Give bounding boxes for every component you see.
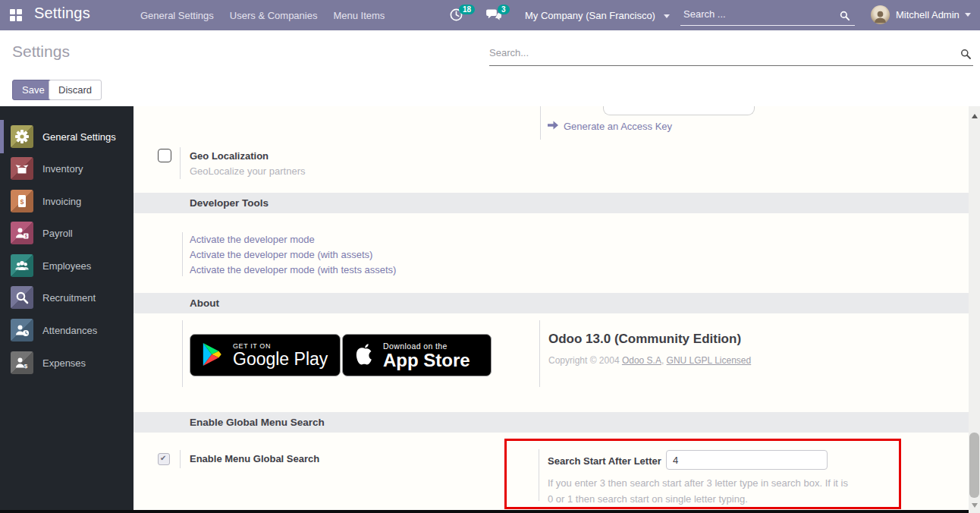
activities-badge: 18 [459,5,475,14]
apple-icon [353,342,374,369]
scrollbar-down-icon[interactable] [972,503,978,508]
odoo-sa-link[interactable]: Odoo S.A [622,355,661,366]
sidebar-item-label: Payroll [42,228,73,239]
activate-developer-mode-link[interactable]: Activate the developer mode [190,234,315,245]
sidebar-item-label: Employees [42,260,91,272]
generate-access-key-label: Generate an Access Key [564,121,672,132]
copyright-text: Copyright © 2004 [548,355,622,366]
page-title: Settings [12,42,70,61]
separator [182,232,183,276]
separator [539,449,539,501]
enable-menu-global-search-checkbox[interactable] [158,453,170,465]
chevron-down-icon [965,13,971,17]
chevron-down-icon [664,14,670,18]
separator [540,106,541,140]
navbar-search [680,4,855,26]
copyright-separator: , [661,355,667,366]
sidebar-item-label: Attendances [42,325,97,336]
sidebar-item-inventory[interactable]: Inventory [0,153,133,184]
discard-button[interactable]: Discard [49,80,102,100]
payroll-icon: $ [11,222,33,244]
box-icon [11,157,33,180]
app-navbar: Settings General Settings Users & Compan… [0,0,980,30]
geo-localization-checkbox[interactable] [158,149,171,162]
navbar-search-input[interactable] [680,4,832,20]
google-play-badge[interactable]: GET IT ON Google Play [190,334,341,376]
search-icon[interactable] [960,48,972,62]
control-panel-search-input[interactable] [489,44,937,61]
control-panel-search [489,44,973,66]
sidebar-item-expenses[interactable]: $ Expenses [0,347,133,379]
menu-item-users-companies[interactable]: Users & Companies [230,10,318,21]
person-dollar-icon: $ [11,351,33,374]
menu-item-general-settings[interactable]: General Settings [140,10,214,21]
google-play-icon [201,341,224,370]
separator [539,320,540,387]
magnifier-icon [11,286,33,309]
field-help-line1: If you enter 3 then search start after 3… [548,477,848,489]
app-store-badge[interactable]: Download on the App Store [342,334,492,376]
settings-screen: Settings General Settings Users & Compan… [0,0,980,513]
svg-text:$: $ [25,234,27,238]
company-switcher[interactable]: My Company (San Francisco) [525,10,670,21]
global-menu-search-header: Enable Global Menu Search [133,412,969,433]
sidebar-item-employees[interactable]: Employees [0,250,133,282]
scrollbar-up-icon[interactable] [972,114,978,118]
search-start-after-letter-label: Search Start After Letter [548,455,661,467]
scrollbar-thumb[interactable] [969,433,979,498]
person-clock-icon [11,319,33,341]
field-help-line2: 0 or 1 then search start on single lette… [548,493,748,505]
activities-clock-icon[interactable]: 18 [449,8,463,24]
activate-developer-mode-assets-link[interactable]: Activate the developer mode (with assets… [190,249,372,260]
invoice-icon: $ [11,190,33,212]
sidebar-item-recruitment[interactable]: Recruitment [0,282,133,313]
messages-badge: 3 [498,5,510,14]
access-key-field-partial[interactable] [603,106,755,115]
enable-menu-global-search-label[interactable]: Enable Menu Global Search [190,453,319,464]
geo-localization-title[interactable]: Geo Localization [190,150,269,162]
sidebar-item-label: Recruitment [42,292,96,304]
sidebar-item-label: Invoicing [42,196,81,207]
user-menu[interactable]: Mitchell Admin [871,5,971,24]
generate-access-key-link[interactable]: Generate an Access Key [548,121,672,132]
google-play-line2: Google Play [233,350,328,368]
sidebar-item-label: General Settings [42,131,116,143]
messages-chat-icon[interactable]: 3 [486,8,502,24]
odoo-version-title: Odoo 13.0 (Community Edition) [548,332,741,347]
sidebar-item-attendances[interactable]: Attendances [0,314,133,346]
app-store-line1: Download on the [383,341,470,351]
separator [180,147,181,179]
bottom-strip [0,510,969,513]
separator [180,450,181,468]
user-name: Mitchell Admin [896,9,960,20]
apps-grid-icon[interactable] [9,8,23,24]
company-name: My Company (San Francisco) [525,10,655,21]
svg-text:$: $ [24,363,28,370]
sidebar-item-invoicing[interactable]: $ Invoicing [0,185,133,217]
search-icon[interactable] [839,10,850,24]
activate-developer-mode-tests-link[interactable]: Activate the developer mode (with tests … [190,264,396,275]
user-avatar [871,5,890,24]
separator [182,320,183,387]
developer-tools-header: Developer Tools [133,193,969,213]
navbar-menu: General Settings Users & Companies Menu … [140,10,385,21]
arrow-right-icon [548,121,558,132]
about-header: About [133,293,969,313]
geo-localization-subtitle: GeoLocalize your partners [190,165,305,177]
sidebar-item-label: Inventory [42,163,83,175]
search-start-after-letter-input[interactable] [666,450,828,470]
gnu-lgpl-link[interactable]: GNU LGPL Licensed [667,355,752,366]
menu-item-menu-items[interactable]: Menu Items [333,10,385,21]
employees-icon [11,254,33,277]
gear-icon [11,125,33,148]
sidebar-item-general-settings[interactable]: General Settings [0,121,133,153]
app-title[interactable]: Settings [34,5,90,22]
sidebar-item-label: Expenses [42,357,86,369]
app-store-line2: App Store [383,351,470,370]
copyright-line: Copyright © 2004 Odoo S.A, GNU LGPL Lice… [548,355,751,366]
sidebar-item-payroll[interactable]: $ Payroll [0,217,133,249]
svg-text:$: $ [20,198,24,206]
